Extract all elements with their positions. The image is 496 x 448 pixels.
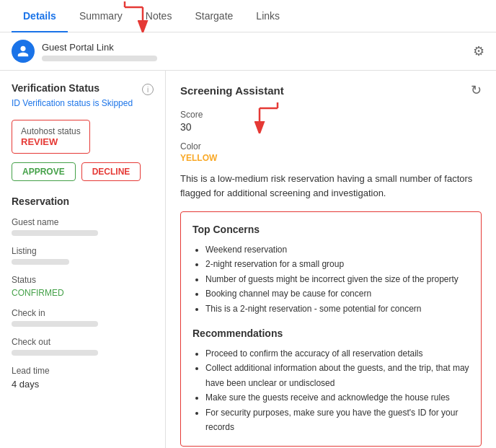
tab-summary[interactable]: Summary: [68, 0, 134, 32]
concerns-title: Top Concerns: [192, 224, 469, 235]
left-panel: Verification Status i ID Verification st…: [0, 71, 166, 448]
score-section: Score 30: [180, 110, 482, 133]
tab-stargate[interactable]: Stargate: [183, 0, 244, 32]
guest-portal-bar: Guest Portal Link ⚙: [0, 32, 496, 71]
gear-icon[interactable]: ⚙: [473, 43, 484, 59]
concern-item: Number of guests might be incorrect give…: [205, 272, 469, 286]
field-checkin: Check in: [12, 308, 154, 327]
concern-item: Booking channel may be cause for concern: [205, 286, 469, 301]
main-content: Verification Status i ID Verification st…: [0, 71, 496, 448]
refresh-icon[interactable]: ↻: [471, 82, 482, 98]
tabs-bar: Details Summary Notes Stargate Links: [0, 0, 496, 32]
recommendation-item: Proceed to confirm the accuracy of all r…: [205, 346, 469, 361]
field-listing: Listing: [12, 246, 154, 265]
tab-links[interactable]: Links: [244, 0, 291, 32]
verification-section: Verification Status i ID Verification st…: [12, 82, 154, 108]
autohost-status: REVIEW: [21, 136, 81, 147]
reservation-title: Reservation: [12, 196, 154, 207]
field-label-checkout: Check out: [12, 337, 154, 347]
verification-header: Verification Status i: [12, 82, 154, 97]
color-value: YELLOW: [180, 153, 482, 163]
recommendation-item: For security purposes, make sure you hav…: [205, 405, 469, 435]
recommendations-title: Recommendations: [192, 328, 469, 339]
field-value-listing: [12, 259, 69, 265]
verification-status: ID Verification status is Skipped: [12, 98, 154, 108]
field-label-listing: Listing: [12, 246, 154, 256]
field-label-status: Status: [12, 275, 154, 285]
field-label-checkin: Check in: [12, 308, 154, 318]
autohost-box: Autohost status REVIEW: [12, 120, 90, 154]
recommendations-list: Proceed to confirm the accuracy of all r…: [192, 346, 469, 434]
field-label-guest-name: Guest name: [12, 217, 154, 227]
field-value-guest-name: [12, 230, 98, 236]
color-section: Color YELLOW: [180, 141, 482, 163]
decline-button[interactable]: DECLINE: [81, 162, 141, 181]
autohost-label: Autohost status: [21, 126, 81, 136]
recommendation-item: Collect additional information about the…: [205, 361, 469, 390]
field-value-checkout: [12, 350, 98, 356]
portal-label: Guest Portal Link: [42, 42, 473, 53]
right-panel: Screening Assistant ↻ Score 30 Color YEL…: [166, 71, 496, 448]
reservation-section: Reservation Guest name Listing Status CO…: [12, 196, 154, 390]
color-label: Color: [180, 141, 482, 151]
avatar: [12, 40, 35, 63]
score-value: 30: [180, 121, 482, 133]
field-status: Status CONFIRMED: [12, 275, 154, 298]
approve-button[interactable]: APPROVE: [12, 162, 76, 181]
portal-url-bar: [42, 56, 157, 61]
concern-item: Weekend reservation: [205, 242, 469, 257]
action-buttons: APPROVE DECLINE: [12, 162, 154, 181]
recommendation-item: Make sure the guests receive and acknowl…: [205, 390, 469, 405]
risk-description: This is a low-medium risk reservation ha…: [180, 172, 482, 200]
verification-title: Verification Status: [12, 82, 99, 94]
concern-item: 2-night reservation for a small group: [205, 257, 469, 271]
field-label-lead-time: Lead time: [12, 366, 154, 376]
field-lead-time: Lead time 4 days: [12, 366, 154, 390]
field-value-lead-time: 4 days: [12, 379, 154, 390]
field-guest-name: Guest name: [12, 217, 154, 236]
score-label: Score: [180, 110, 482, 120]
concerns-box: Top Concerns Weekend reservation 2-night…: [180, 211, 482, 447]
page-wrapper: Details Summary Notes Stargate Links Gue…: [0, 0, 496, 448]
info-icon[interactable]: i: [142, 84, 154, 95]
portal-text: Guest Portal Link: [42, 42, 473, 61]
tab-details[interactable]: Details: [12, 0, 68, 32]
concerns-list: Weekend reservation 2-night reservation …: [192, 242, 469, 316]
tab-notes[interactable]: Notes: [134, 0, 184, 32]
screening-title: Screening Assistant: [180, 84, 284, 97]
screening-header: Screening Assistant ↻: [180, 82, 482, 98]
concern-item: This is a 2-night reservation - some pot…: [205, 302, 469, 316]
field-checkout: Check out: [12, 337, 154, 356]
field-value-status: CONFIRMED: [12, 288, 154, 298]
field-value-checkin: [12, 321, 98, 327]
